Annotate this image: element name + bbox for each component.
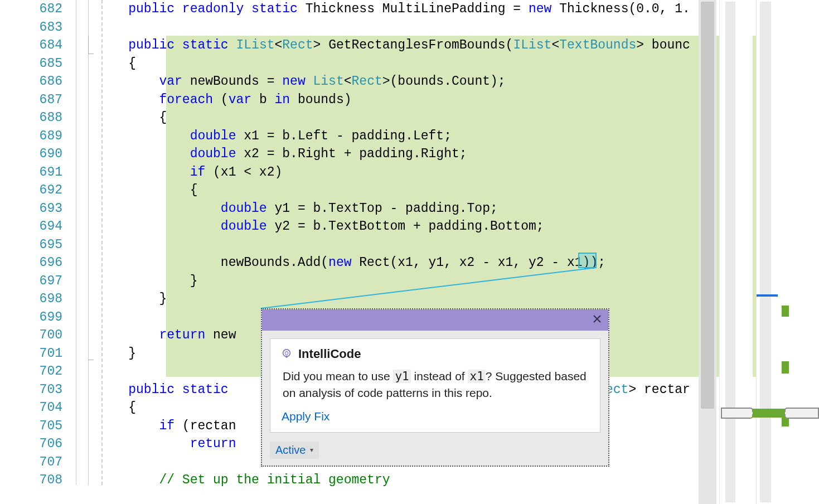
overview-marker <box>782 410 789 427</box>
overview-track <box>725 2 735 502</box>
vertical-scrollbar[interactable] <box>699 0 716 504</box>
line-number: 692 <box>0 181 67 200</box>
scrollbar-thumb[interactable] <box>701 2 714 409</box>
line-number: 702 <box>0 362 67 381</box>
line-number: 690 <box>0 145 67 163</box>
overview-marker <box>782 306 789 317</box>
current-token: x1 <box>468 370 485 383</box>
chevron-down-icon: ▾ <box>310 446 313 454</box>
line-number: 700 <box>0 326 67 345</box>
overview-marker <box>782 361 789 374</box>
code-line[interactable]: public readonly static Thickness MultiLi… <box>67 0 699 18</box>
line-number: 704 <box>0 399 67 417</box>
code-line[interactable]: var newBounds = new List<Rect>(bounds.Co… <box>67 72 699 91</box>
svg-rect-2 <box>285 356 288 358</box>
line-number: 693 <box>0 200 67 218</box>
line-number: 686 <box>0 72 67 91</box>
close-icon[interactable] <box>590 313 604 326</box>
code-line[interactable]: { <box>67 109 699 127</box>
code-line[interactable]: double y1 = b.TextTop - padding.Top; <box>67 200 699 218</box>
code-line[interactable]: public static IList<Rect> GetRectanglesF… <box>67 36 699 55</box>
suggested-token: y1 <box>393 370 410 383</box>
overview-marker <box>757 294 778 297</box>
line-number: 687 <box>0 91 67 109</box>
line-number: 685 <box>0 55 67 73</box>
line-number: 699 <box>0 308 67 327</box>
line-number: 703 <box>0 381 67 399</box>
code-line[interactable]: // Set up the initial geometry <box>67 471 699 490</box>
code-line[interactable]: double x1 = b.Left - padding.Left; <box>67 127 699 146</box>
line-number: 705 <box>0 417 67 435</box>
code-line[interactable]: double x2 = b.Right + padding.Right; <box>67 145 699 163</box>
code-line[interactable] <box>67 236 699 254</box>
code-line[interactable]: double y2 = b.TextBottom + padding.Botto… <box>67 217 699 236</box>
line-number: 683 <box>0 18 67 37</box>
lightbulb-icon <box>280 348 293 360</box>
popup-header <box>262 309 608 331</box>
line-number: 707 <box>0 453 67 472</box>
line-number: 695 <box>0 236 67 254</box>
code-line[interactable]: { <box>67 181 699 200</box>
apply-fix-link[interactable]: Apply Fix <box>282 410 590 423</box>
status-label: Active <box>275 444 306 457</box>
line-number: 688 <box>0 109 67 127</box>
popup-message: Did you mean to use y1 instead of x1? Su… <box>283 368 590 402</box>
status-dropdown[interactable]: Active ▾ <box>270 442 319 459</box>
line-number: 708 <box>0 471 67 490</box>
code-line[interactable]: { <box>67 55 699 73</box>
line-number: 706 <box>0 435 67 453</box>
code-line[interactable]: if (x1 < x2) <box>67 163 699 182</box>
popup-body: IntelliCode Did you mean to use y1 inste… <box>270 338 600 433</box>
line-number: 691 <box>0 163 67 182</box>
line-number: 684 <box>0 36 67 55</box>
popup-footer: Active ▾ <box>262 440 608 466</box>
line-number: 682 <box>0 0 67 18</box>
code-line[interactable] <box>67 18 699 37</box>
line-number: 697 <box>0 272 67 290</box>
code-line[interactable]: foreach (var b in bounds) <box>67 91 699 109</box>
code-line[interactable]: } <box>67 290 699 308</box>
line-number: 696 <box>0 254 67 272</box>
code-line[interactable]: newBounds.Add(new Rect(x1, y1, x2 - x1, … <box>67 254 699 272</box>
line-number: 694 <box>0 217 67 236</box>
intellicode-popup[interactable]: IntelliCode Did you mean to use y1 inste… <box>261 308 609 467</box>
line-number-gutter: 682 683 684 685 686 687 688 689 690 691 … <box>0 0 67 504</box>
popup-title: IntelliCode <box>298 347 361 361</box>
line-number: 698 <box>0 290 67 308</box>
overview-ruler-2[interactable] <box>756 0 788 504</box>
overview-track <box>760 2 771 502</box>
line-number: 689 <box>0 127 67 146</box>
code-line[interactable]: } <box>67 272 699 290</box>
overview-ruler-1[interactable] <box>719 0 753 504</box>
line-number: 701 <box>0 345 67 363</box>
